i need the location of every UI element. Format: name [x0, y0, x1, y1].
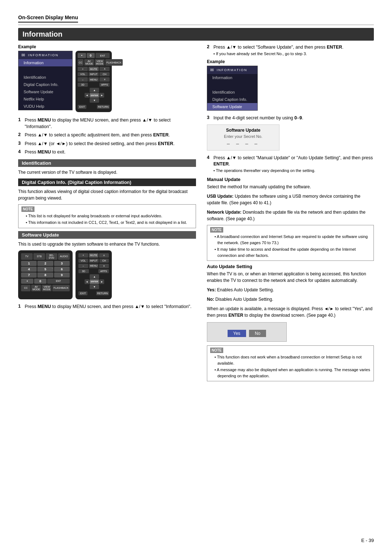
btn-1[interactable]: 1 — [21, 261, 37, 266]
tv-menu-header-1: ✉ INFORMATION — [19, 51, 72, 59]
sw-step-num-3: 3 — [207, 115, 212, 122]
btn-8[interactable]: 8 — [37, 272, 53, 278]
btn-3d2[interactable]: 3D — [78, 269, 89, 273]
dpad2-down[interactable]: ▼ — [90, 284, 99, 289]
btn-tv[interactable]: TV — [21, 253, 33, 260]
left-column: Example ✉ INFORMATION Information Identi… — [18, 44, 196, 384]
dpad2-right[interactable]: ► — [99, 279, 104, 284]
manual-update-usb: USB Update: Updates the software using a… — [207, 193, 374, 206]
btn-cc[interactable]: CC — [78, 59, 83, 66]
dpad-down[interactable]: ▼ — [90, 98, 99, 103]
example-box-1: ✉ INFORMATION Information Identification… — [18, 51, 196, 112]
remote-vol-row2: VOL INPUT CH — [78, 259, 109, 263]
digital-caption-header: Digital Caption Info. (Digital Caption I… — [18, 178, 196, 186]
digital-caption-title: Digital Caption Info. (Digital Caption I… — [22, 180, 131, 185]
btn-apps2[interactable]: APPS — [98, 269, 109, 273]
btn-flashback2[interactable]: FLASHBACK — [52, 285, 70, 291]
btn-dot2[interactable]: • — [21, 279, 33, 284]
btn-4[interactable]: 4 — [21, 267, 37, 272]
btn-0[interactable]: 0 — [34, 279, 46, 284]
btn-flashback[interactable]: FLASHBACK — [105, 59, 123, 66]
btn-2[interactable]: 2 — [37, 261, 53, 266]
remote-cc-row: CC AV MODE VIEW MODE FLASHBACK — [78, 59, 110, 66]
no-button[interactable]: No — [249, 330, 266, 337]
btn-6[interactable]: 6 — [54, 267, 70, 272]
btn-ch-up[interactable]: ∧ — [99, 67, 110, 71]
btn-viewmode[interactable]: VIEW MODE — [95, 59, 105, 66]
btn-minus2[interactable]: – — [78, 264, 88, 268]
btn-input[interactable]: INPUT — [89, 72, 99, 76]
btn-ch-down[interactable]: ∨ — [99, 77, 110, 82]
btn-ent2[interactable]: ENT — [47, 279, 70, 284]
dpad2-up[interactable]: ▲ — [90, 274, 99, 279]
step-text-2: Press ▲/▼ to select a specific adjustmen… — [25, 132, 170, 139]
btn-ch-up2[interactable]: ∧ — [99, 253, 109, 258]
step-num-2: 2 — [18, 132, 23, 139]
step-text-3: Press ▲/▼ (or ◄/►) to select the desired… — [25, 141, 175, 147]
step-num-3: 3 — [18, 141, 23, 147]
main-content: Example ✉ INFORMATION Information Identi… — [18, 44, 374, 384]
btn-ent[interactable]: ENT — [95, 53, 110, 58]
dpad-up[interactable]: ▲ — [90, 88, 99, 93]
software-update-body: This is used to upgrade the system softw… — [18, 241, 196, 247]
btn-3d[interactable]: 3D — [78, 83, 88, 87]
sw-step-text-3: Input the 4-digit secret number by using… — [213, 115, 303, 122]
btn-mute[interactable]: MUTE — [89, 67, 99, 71]
step-text-1: Press MENU to display the MENU screen, a… — [25, 117, 196, 130]
remote-minus-row: – MENU ∨ — [78, 77, 110, 82]
btn-ch-down2[interactable]: ∨ — [99, 264, 109, 268]
remote-menu-row2: – MENU ∨ — [78, 264, 109, 268]
yes-button[interactable]: Yes — [228, 330, 246, 337]
dpad-empty-br — [99, 98, 104, 103]
btn-menu[interactable]: MENU — [89, 77, 99, 82]
note-label-1: NOTE — [21, 206, 34, 212]
menu-item-identification: Identification — [19, 74, 72, 81]
btn-viewmode2[interactable]: VIEW MODE — [42, 285, 52, 291]
btn-7[interactable]: 7 — [21, 272, 37, 278]
yn-dialog: Yes No — [207, 322, 287, 342]
btn-audio[interactable]: AUDIO — [58, 253, 70, 260]
btn-menu2[interactable]: MENU — [89, 264, 99, 268]
num-grid: 1 2 3 4 5· 6 7 8 9 — [21, 261, 70, 278]
btn-avmode[interactable]: AV MODE — [84, 59, 94, 66]
remote-3d-row2: 3D APPS — [78, 269, 109, 273]
dpad2-empty-br — [99, 284, 104, 289]
manual-update-note-2: It may take time to access and download … — [215, 246, 371, 258]
osd-heading-section: On-Screen Display Menu — [18, 15, 374, 25]
dpad-left[interactable]: ◄ — [85, 93, 89, 98]
note-label-3: NOTE — [210, 348, 223, 353]
btn-dot[interactable]: • — [78, 53, 86, 58]
dpad-enter[interactable]: ENTER — [90, 93, 99, 98]
identification-body: The current version of the TV software i… — [18, 169, 196, 176]
btn-return[interactable]: RETURN — [97, 105, 110, 109]
dpad2-enter[interactable]: ENTER — [90, 279, 99, 284]
btn-exit[interactable]: EXIT — [78, 105, 86, 109]
btn-stb[interactable]: STB — [33, 253, 45, 260]
software-update-title: Software Update — [22, 232, 59, 238]
info-step-4: 4 Press MENU to exit. — [18, 149, 196, 156]
remote-vol-row: VOL INPUT CH — [78, 72, 110, 76]
btn-minus[interactable]: – — [78, 77, 88, 82]
btn-plus[interactable]: + — [78, 67, 88, 71]
btn-bddvd[interactable]: BD-DVD — [46, 253, 57, 260]
btn-spacer1 — [89, 83, 99, 87]
btn-apps[interactable]: APPS — [99, 83, 110, 87]
dpad-right[interactable]: ► — [99, 93, 104, 98]
btn-return2[interactable]: RETURN — [96, 291, 109, 295]
btn-cc2[interactable]: CC — [21, 285, 30, 291]
btn-avmode2[interactable]: AV MODE — [31, 285, 41, 291]
dpad2-left[interactable]: ◄ — [85, 279, 89, 284]
btn-input2[interactable]: INPUT — [89, 259, 99, 263]
section-title: Information — [18, 28, 374, 41]
btn-plus2[interactable]: + — [78, 253, 88, 258]
btn-mute2[interactable]: MUTE — [89, 253, 99, 258]
note-label-2: NOTE — [210, 227, 223, 233]
btn-exit2[interactable]: EXIT — [78, 291, 87, 295]
btn-3[interactable]: 3 — [54, 261, 70, 266]
btn-9[interactable]: 9 — [54, 272, 70, 278]
btn-0-top[interactable]: 0 — [87, 53, 95, 58]
btn-5[interactable]: 5· — [37, 267, 53, 272]
step-num-1: 1 — [18, 117, 23, 130]
manual-update-heading: Manual Update — [207, 177, 374, 182]
identification-header: Identification — [18, 159, 196, 167]
